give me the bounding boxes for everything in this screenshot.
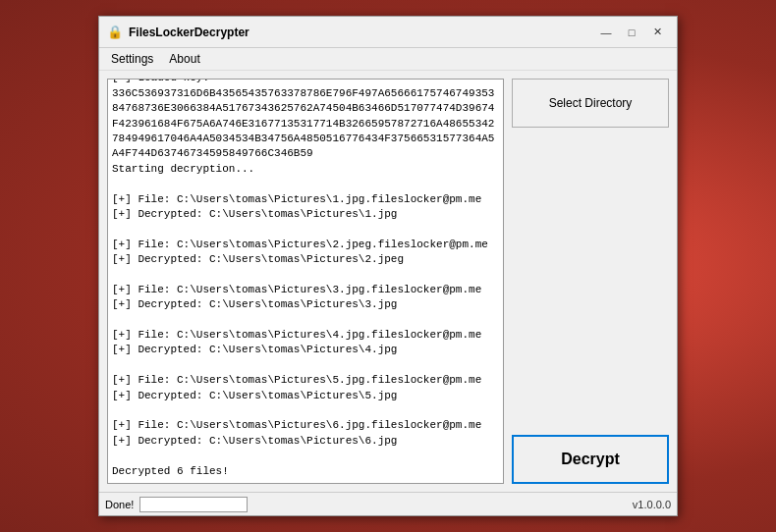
window-title: FilesLockerDecrypter [129, 26, 249, 39]
status-bar: Done! v1.0.0.0 [99, 492, 677, 515]
minimize-button[interactable]: — [594, 23, 618, 42]
decrypt-button[interactable]: Decrypt [512, 435, 669, 484]
menu-about[interactable]: About [161, 50, 207, 68]
main-window: 🔒 FilesLockerDecrypter — □ ✕ Settings Ab… [98, 16, 678, 516]
maximize-button[interactable]: □ [620, 23, 643, 42]
log-panel: Selected directory: C:\Users\tomas\Pictu… [107, 79, 504, 484]
status-left: Done! [105, 497, 248, 512]
menu-bar: Settings About [99, 48, 677, 71]
status-input[interactable] [139, 497, 248, 512]
window-icon: 🔒 [107, 25, 123, 40]
select-directory-button[interactable]: Select Directory [512, 79, 669, 128]
menu-settings[interactable]: Settings [103, 50, 161, 68]
status-label: Done! [105, 499, 134, 510]
title-controls: — □ ✕ [594, 23, 669, 42]
version-label: v1.0.0.0 [633, 499, 671, 510]
right-panel: Select Directory Decrypt [512, 79, 669, 484]
title-bar: 🔒 FilesLockerDecrypter — □ ✕ [99, 17, 677, 48]
close-button[interactable]: ✕ [645, 23, 669, 42]
title-bar-left: 🔒 FilesLockerDecrypter [107, 25, 249, 40]
main-content: Selected directory: C:\Users\tomas\Pictu… [99, 71, 677, 492]
log-area[interactable]: Selected directory: C:\Users\tomas\Pictu… [107, 79, 504, 484]
